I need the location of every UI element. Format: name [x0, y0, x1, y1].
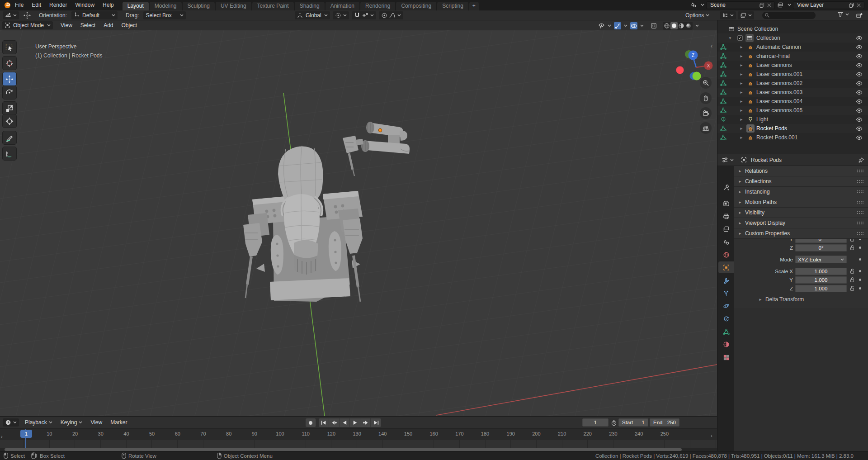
visibility-eye-icon[interactable] — [856, 116, 863, 123]
outliner-item[interactable]: ► Rocket Pods.001 — [717, 133, 868, 142]
outliner-search-input[interactable] — [762, 12, 816, 19]
property-section-header[interactable]: ► Visibility — [734, 208, 868, 218]
sidebar-collapse-arrow[interactable]: ‹ — [711, 43, 712, 49]
property-section-header[interactable]: ► Collections — [734, 176, 868, 187]
property-section-header[interactable]: ► Relations — [734, 166, 868, 176]
property-section-header[interactable]: ► Viewport Display — [734, 218, 868, 228]
playback-menu[interactable]: Playback — [21, 419, 57, 426]
tab-output[interactable] — [718, 210, 734, 222]
jump-to-end-button[interactable] — [371, 418, 381, 427]
close-icon[interactable] — [765, 1, 773, 9]
timeline-track[interactable] — [0, 440, 717, 448]
shading-material-button[interactable] — [678, 22, 685, 29]
collection-checkbox[interactable]: ✓ — [737, 35, 743, 41]
transform-orientation-dropdown[interactable]: Global — [295, 11, 330, 19]
viewport-menu-item[interactable]: View — [57, 22, 76, 28]
delta-transform-header[interactable]: ► Delta Transform — [759, 296, 804, 303]
timeline-ruler[interactable]: 1020304050607080901001101201301401501601… — [0, 429, 717, 440]
value-field[interactable]: 1.000 — [795, 276, 847, 284]
lock-open-icon[interactable] — [849, 268, 855, 274]
end-frame-field[interactable]: End 250 — [650, 418, 679, 427]
menu-item[interactable]: Edit — [28, 2, 45, 8]
outliner-editor-type-dropdown[interactable] — [720, 11, 736, 19]
panel-collapse-arrow[interactable]: ‹ — [711, 433, 712, 438]
current-frame-field[interactable]: 1 — [582, 418, 609, 427]
menu-item[interactable]: Window — [71, 2, 99, 8]
outliner-item[interactable]: ► charrcar-Final — [717, 52, 868, 61]
show-gizmo-toggle[interactable] — [614, 22, 621, 29]
viewport-menu-item[interactable]: Select — [76, 22, 99, 28]
outliner-item[interactable]: ► Laser cannons.004 — [717, 97, 868, 106]
previous-keyframe-button[interactable] — [329, 418, 340, 427]
menu-item[interactable]: Help — [99, 2, 118, 8]
scene-name[interactable]: Scene — [708, 2, 747, 8]
viewport-menu-item[interactable]: Add — [99, 22, 117, 28]
visibility-eye-icon[interactable] — [856, 89, 863, 96]
outliner-item[interactable]: ► Laser cannons.002 — [717, 79, 868, 88]
property-section-header[interactable]: ► Custom Properties — [734, 228, 868, 239]
shading-rendered-button[interactable] — [685, 22, 692, 29]
keying-menu[interactable]: Keying — [57, 419, 87, 426]
perspective-toggle-button[interactable] — [700, 122, 712, 134]
visibility-eye-icon[interactable] — [856, 134, 863, 141]
workspace-tab[interactable]: UV Editing — [216, 2, 251, 10]
mode-dropdown[interactable]: Object Mode — [2, 21, 53, 29]
workspace-tab[interactable]: Layout — [123, 2, 149, 10]
view-layer-field[interactable]: View Layer — [793, 1, 864, 9]
workspace-tab[interactable]: Rendering — [360, 2, 395, 10]
outliner-item[interactable]: ► Laser cannons.003 — [717, 88, 868, 97]
show-overlays-toggle[interactable] — [630, 22, 637, 29]
tool-scale[interactable] — [3, 102, 16, 115]
animate-dot[interactable] — [859, 247, 861, 249]
value-field[interactable]: 1.000 — [795, 268, 847, 275]
panel-expand-arrow[interactable]: › — [1, 434, 3, 439]
visibility-eye-icon[interactable] — [856, 98, 863, 105]
proportional-edit-dropdown[interactable] — [379, 11, 403, 19]
copy-icon[interactable] — [758, 1, 765, 9]
play-button[interactable] — [350, 418, 360, 427]
shading-wireframe-button[interactable] — [663, 22, 670, 29]
tool-cursor[interactable] — [3, 57, 16, 70]
tool-move[interactable] — [3, 72, 16, 85]
tab-particles[interactable] — [718, 287, 734, 299]
tab-texture[interactable] — [718, 351, 734, 363]
tab-world[interactable] — [718, 249, 734, 261]
view-layer-icon[interactable] — [777, 1, 784, 9]
play-reverse-button[interactable] — [340, 418, 350, 427]
tab-modifiers[interactable] — [718, 275, 734, 286]
next-keyframe-button[interactable] — [360, 418, 371, 427]
pan-hand-button[interactable] — [700, 92, 712, 104]
current-frame-badge[interactable]: 1 — [20, 430, 32, 438]
pin-icon[interactable] — [858, 156, 865, 164]
marker-menu[interactable]: Marker — [106, 419, 131, 426]
outliner-item[interactable]: ► Laser cannons — [717, 61, 868, 70]
outliner-item[interactable]: ► Light — [717, 115, 868, 124]
lock-open-icon[interactable] — [849, 285, 855, 291]
visibility-eye-icon[interactable] — [856, 107, 863, 114]
visibility-eye-icon[interactable] — [856, 80, 863, 87]
tool-rotate[interactable] — [3, 86, 16, 99]
scene-icon[interactable] — [690, 1, 697, 9]
value-field[interactable]: 1.000 — [795, 285, 847, 292]
property-section-header[interactable]: ► Instancing — [734, 187, 868, 197]
shading-solid-button[interactable] — [670, 22, 678, 29]
scene-field[interactable]: Scene — [706, 1, 775, 9]
outliner-display-mode-dropdown[interactable] — [738, 11, 754, 19]
tool-transform[interactable] — [3, 114, 16, 128]
tab-object[interactable] — [718, 261, 734, 273]
record-button[interactable] — [306, 418, 316, 427]
visibility-eye-icon[interactable] — [856, 53, 863, 60]
blender-logo-icon[interactable] — [4, 1, 11, 9]
value-field[interactable]: 0° — [795, 244, 847, 251]
copy-icon[interactable] — [848, 1, 855, 9]
3d-viewport[interactable]: Object Mode ViewSelectAddObject — [0, 20, 717, 416]
tool-measure[interactable] — [3, 147, 16, 160]
tab-scene[interactable] — [718, 236, 734, 248]
lock-open-icon[interactable] — [849, 277, 855, 283]
visibility-eye-icon[interactable] — [856, 44, 863, 51]
new-collection-button[interactable] — [855, 12, 863, 19]
options-dropdown[interactable]: Options — [685, 11, 709, 19]
orientation-dropdown[interactable]: Default — [71, 11, 118, 19]
outliner-item[interactable]: ► Rocket Pods — [717, 124, 868, 133]
editor-type-dropdown[interactable] — [3, 11, 19, 19]
